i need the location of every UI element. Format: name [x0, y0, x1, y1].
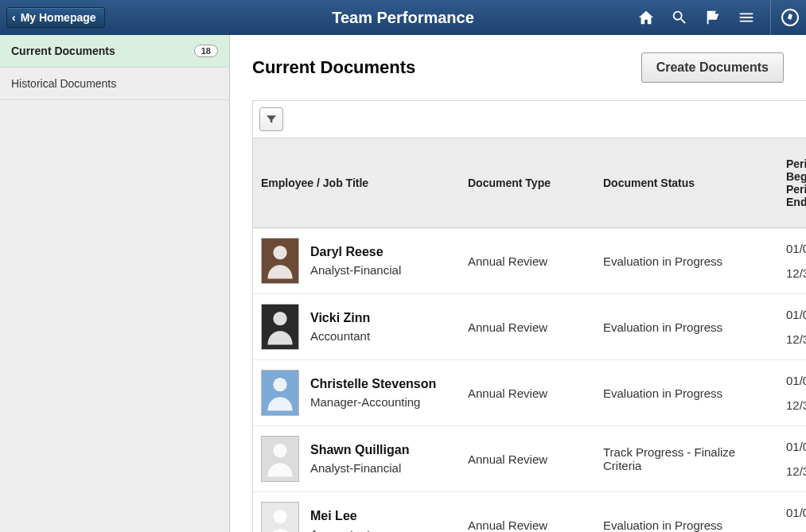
sidebar-item-label: Historical Documents: [11, 77, 116, 90]
menu-icon[interactable]: [737, 8, 756, 27]
search-icon[interactable]: [670, 8, 689, 27]
svg-point-2: [273, 312, 286, 325]
employee-title: Accountant: [310, 329, 370, 343]
table-row[interactable]: Vicki Zinn Accountant Annual Review Eval…: [253, 294, 806, 360]
back-label: My Homepage: [21, 11, 96, 24]
column-document-status[interactable]: Document Status: [595, 138, 778, 228]
cell-document-type: Annual Review: [460, 426, 595, 492]
employee-title: Accountant: [310, 527, 370, 532]
column-document-type[interactable]: Document Type: [460, 138, 595, 228]
table-row[interactable]: Mei Lee Accountant Annual Review Evaluat…: [253, 492, 806, 532]
compass-icon[interactable]: [781, 8, 800, 27]
cell-period: 01/0 12/3: [778, 492, 806, 532]
filter-button[interactable]: [259, 107, 283, 131]
cell-document-status: Evaluation in Progress: [595, 294, 778, 360]
sidebar-item-badge: 18: [194, 45, 218, 57]
cell-period: 01/0 12/3: [778, 228, 806, 294]
table-row[interactable]: Christelle Stevenson Manager-Accounting …: [253, 360, 806, 426]
page-heading: Current Documents: [252, 57, 415, 78]
cell-document-type: Annual Review: [460, 360, 595, 426]
avatar: [261, 502, 299, 532]
cell-document-status: Evaluation in Progress: [595, 360, 778, 426]
avatar: [261, 436, 299, 482]
table-header-row: Employee / Job Title Document Type Docum…: [253, 138, 806, 228]
cell-document-type: Annual Review: [460, 228, 595, 294]
back-button[interactable]: ‹ My Homepage: [6, 7, 105, 28]
chevron-left-icon: ‹: [12, 11, 16, 24]
sidebar-item-label: Current Documents: [11, 45, 115, 57]
svg-point-4: [273, 444, 286, 457]
filter-icon: [265, 113, 278, 126]
employee-name: Shawn Quilligan: [310, 443, 409, 457]
table-row[interactable]: Shawn Quilligan Analyst-Financial Annual…: [253, 426, 806, 492]
cell-document-status: Evaluation in Progress: [595, 228, 778, 294]
column-period[interactable]: Peri Beg Peri End: [778, 138, 806, 228]
table-row[interactable]: Daryl Reese Analyst-Financial Annual Rev…: [253, 228, 806, 294]
top-actions: [637, 0, 806, 35]
cell-period: 01/0 12/3: [778, 294, 806, 360]
cell-period: 01/0 12/3: [778, 360, 806, 426]
sidebar: Current Documents 18 Historical Document…: [0, 35, 230, 532]
cell-document-status: Track Progress - Finalize Criteria: [595, 426, 778, 492]
svg-point-5: [273, 510, 286, 523]
create-documents-button[interactable]: Create Documents: [641, 52, 784, 83]
employee-title: Analyst-Financial: [310, 263, 401, 277]
employee-name: Vicki Zinn: [310, 311, 370, 325]
cell-period: 01/0 12/3: [778, 426, 806, 492]
sidebar-item-historical-documents[interactable]: Historical Documents: [0, 68, 229, 100]
home-icon[interactable]: [637, 8, 656, 27]
svg-point-3: [273, 378, 286, 391]
sidebar-item-current-documents[interactable]: Current Documents 18: [0, 35, 229, 68]
avatar: [261, 238, 299, 284]
flag-icon[interactable]: [703, 8, 722, 27]
cell-document-type: Annual Review: [460, 492, 595, 532]
avatar: [261, 304, 299, 350]
top-bar: ‹ My Homepage Team Performance: [0, 0, 806, 35]
cell-document-status: Evaluation in Progress: [595, 492, 778, 532]
cell-document-type: Annual Review: [460, 294, 595, 360]
employee-name: Daryl Reese: [310, 245, 401, 259]
employee-title: Analyst-Financial: [310, 461, 409, 475]
main-content: Current Documents Create Documents Emplo…: [230, 35, 806, 532]
filter-row: [253, 101, 806, 138]
employee-name: Mei Lee: [310, 509, 370, 523]
employee-name: Christelle Stevenson: [310, 377, 436, 391]
documents-grid: Employee / Job Title Document Type Docum…: [252, 100, 806, 532]
svg-point-1: [273, 246, 286, 259]
employee-title: Manager-Accounting: [310, 395, 436, 409]
column-employee[interactable]: Employee / Job Title: [253, 138, 460, 228]
avatar: [261, 370, 299, 416]
